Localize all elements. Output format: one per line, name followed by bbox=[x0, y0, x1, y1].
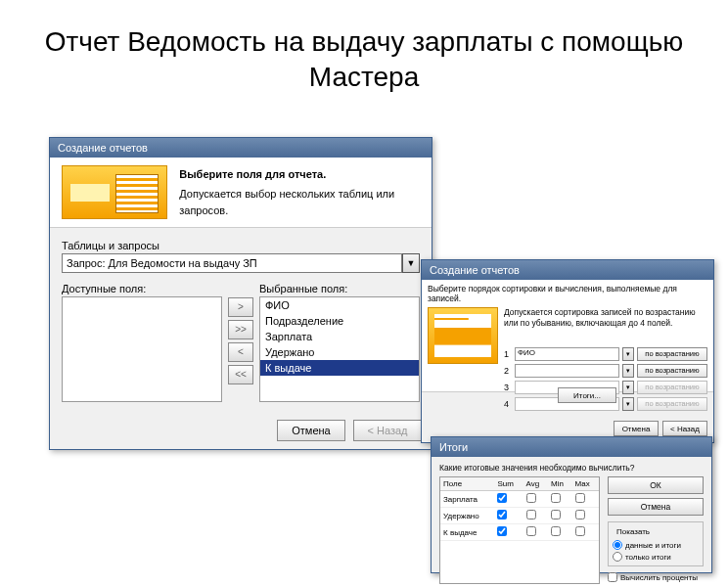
totals-table: Поле Sum Avg Min Max ЗарплатаУдержаноК в… bbox=[439, 476, 600, 584]
wizard-hero-icon bbox=[428, 307, 498, 364]
list-item[interactable]: ФИО bbox=[260, 297, 419, 313]
cancel-button[interactable]: Отмена bbox=[614, 421, 659, 436]
chevron-down-icon[interactable]: ▾ bbox=[622, 397, 634, 411]
list-item[interactable]: Зарплата bbox=[260, 329, 419, 344]
sort-direction-button[interactable]: по возрастанию bbox=[637, 397, 707, 411]
move-right-button[interactable]: > bbox=[228, 297, 253, 317]
checkbox-compute-percent[interactable]: Вычислить проценты bbox=[608, 572, 704, 582]
col-max: Max bbox=[572, 477, 599, 491]
max-checkbox[interactable] bbox=[575, 493, 585, 503]
min-checkbox[interactable] bbox=[551, 526, 561, 536]
combo-input[interactable] bbox=[62, 253, 402, 273]
chevron-down-icon[interactable]: ▾ bbox=[622, 381, 634, 394]
sum-checkbox[interactable] bbox=[497, 510, 507, 519]
col-min: Min bbox=[548, 477, 572, 491]
move-left-button[interactable]: < bbox=[228, 342, 253, 362]
radio-detail-and-totals[interactable]: данные и итоги bbox=[613, 540, 699, 550]
table-row: К выдаче bbox=[440, 524, 599, 541]
sort-index: 2 bbox=[504, 366, 512, 376]
table-row: Удержано bbox=[440, 508, 599, 524]
radio-totals-only[interactable]: только итоги bbox=[613, 552, 699, 562]
ok-button[interactable]: ОК bbox=[608, 476, 704, 494]
avg-checkbox[interactable] bbox=[526, 526, 536, 536]
sort-field-combo[interactable]: ФИО bbox=[515, 347, 619, 361]
col-field: Поле bbox=[440, 477, 494, 491]
sort-direction-button[interactable]: по возрастанию bbox=[637, 364, 707, 378]
min-checkbox[interactable] bbox=[551, 493, 561, 503]
available-fields-listbox[interactable] bbox=[62, 296, 222, 402]
sort-direction-button[interactable]: по возрастанию bbox=[637, 381, 707, 394]
sort-row: 2▾по возрастанию bbox=[504, 364, 707, 378]
table-row: Зарплата bbox=[440, 491, 599, 508]
sum-checkbox[interactable] bbox=[497, 526, 507, 536]
sort-instruction-1: Выберите порядок сортировки и вычисления… bbox=[428, 284, 707, 303]
field-name: Удержано bbox=[440, 508, 494, 524]
avg-checkbox[interactable] bbox=[526, 493, 536, 503]
back-button[interactable]: < Назад bbox=[662, 421, 707, 436]
move-all-left-button[interactable]: << bbox=[228, 365, 253, 384]
max-checkbox[interactable] bbox=[575, 526, 585, 536]
wizard-hero-text: Выберите поля для отчета. Допускается вы… bbox=[179, 166, 420, 219]
show-group: Показать данные и итоги только итоги bbox=[608, 521, 704, 566]
move-all-right-button[interactable]: >> bbox=[228, 320, 253, 339]
selected-fields-listbox[interactable]: ФИО Подразделение Зарплата Удержано К вы… bbox=[259, 296, 420, 402]
cancel-button[interactable]: Отмена bbox=[277, 420, 345, 441]
cancel-button[interactable]: Отмена bbox=[608, 498, 704, 516]
list-item[interactable]: Подразделение bbox=[260, 313, 419, 329]
slide-title: Отчет Ведомость на выдачу зарплаты с пом… bbox=[0, 0, 728, 106]
totals-button[interactable]: Итоги... bbox=[558, 387, 616, 403]
col-avg: Avg bbox=[523, 477, 548, 491]
tables-queries-combo[interactable]: ▼ bbox=[62, 253, 420, 273]
col-sum: Sum bbox=[494, 477, 523, 491]
sort-index: 1 bbox=[504, 349, 512, 359]
totals-dialog: Итоги Какие итоговые значения необходимо… bbox=[431, 436, 712, 573]
sort-direction-button[interactable]: по возрастанию bbox=[637, 347, 707, 361]
sort-index: 3 bbox=[504, 383, 512, 392]
hero-sub: Допускается выбор нескольких таблиц или … bbox=[179, 186, 420, 218]
sort-field-combo[interactable] bbox=[515, 364, 619, 378]
max-checkbox[interactable] bbox=[575, 510, 585, 519]
tables-queries-label: Таблицы и запросы bbox=[62, 240, 420, 251]
dialog-title: Создание отчетов bbox=[50, 138, 432, 158]
report-wizard-sort-dialog: Создание отчетов Выберите порядок сортир… bbox=[421, 259, 714, 443]
field-name: Зарплата bbox=[440, 491, 494, 508]
sum-checkbox[interactable] bbox=[497, 493, 507, 503]
wizard-hero-icon bbox=[62, 165, 167, 219]
show-group-title: Показать bbox=[614, 527, 652, 536]
list-item[interactable]: К выдаче bbox=[260, 360, 419, 376]
chevron-down-icon[interactable]: ▾ bbox=[622, 364, 634, 378]
chevron-down-icon[interactable]: ▼ bbox=[402, 253, 420, 273]
available-fields-label: Доступные поля: bbox=[62, 283, 222, 294]
totals-question: Какие итоговые значения необходимо вычис… bbox=[432, 457, 711, 476]
dialog-title: Создание отчетов bbox=[422, 260, 713, 280]
sort-index: 4 bbox=[504, 399, 512, 409]
chevron-down-icon[interactable]: ▾ bbox=[622, 347, 634, 361]
dialog-title: Итоги bbox=[432, 437, 711, 457]
back-button[interactable]: < Назад bbox=[353, 420, 422, 441]
field-name: К выдаче bbox=[440, 524, 494, 541]
avg-checkbox[interactable] bbox=[526, 510, 536, 519]
list-item[interactable]: Удержано bbox=[260, 344, 419, 360]
min-checkbox[interactable] bbox=[551, 510, 561, 519]
hero-heading: Выберите поля для отчета. bbox=[179, 166, 420, 183]
selected-fields-label: Выбранные поля: bbox=[259, 283, 420, 294]
sort-row: 1ФИО▾по возрастанию bbox=[504, 347, 707, 361]
sort-instruction-2: Допускается сортировка записей по возрас… bbox=[504, 307, 707, 327]
report-wizard-fields-dialog: Создание отчетов Выберите поля для отчет… bbox=[49, 137, 432, 450]
